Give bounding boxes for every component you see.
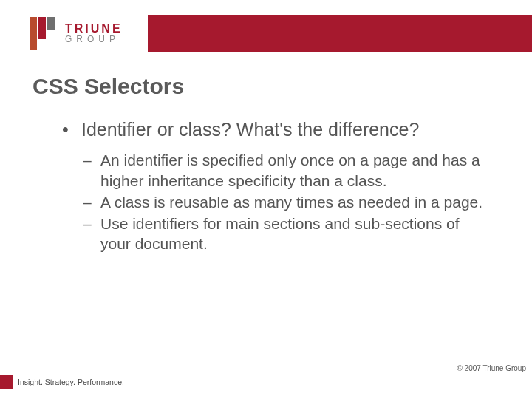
logo-text-bottom: GROUP <box>65 35 123 44</box>
bullet-level2: A class is reusable as many times as nee… <box>81 192 488 212</box>
footer-accent <box>0 375 13 389</box>
bullet-level2: Use identifiers for main sections and su… <box>81 214 488 254</box>
slide-title: CSS Selectors <box>33 74 184 99</box>
copyright: © 2007 Triune Group <box>457 364 526 372</box>
tagline: Insight. Strategy. Performance. <box>18 375 124 389</box>
logo: TRIUNE GROUP <box>30 15 144 52</box>
content-area: Identifier or class? What's the differen… <box>59 118 488 256</box>
logo-text-top: TRIUNE <box>65 23 123 35</box>
header-banner <box>148 15 532 52</box>
slide: TRIUNE GROUP CSS Selectors Identifier or… <box>0 0 532 399</box>
bullet-level1: Identifier or class? What's the differen… <box>59 118 488 141</box>
sublist: An identifier is specified only once on … <box>81 150 488 253</box>
bullet-level2: An identifier is specified only once on … <box>81 150 488 191</box>
logo-text: TRIUNE GROUP <box>65 23 123 44</box>
logo-mark-icon <box>30 17 59 50</box>
